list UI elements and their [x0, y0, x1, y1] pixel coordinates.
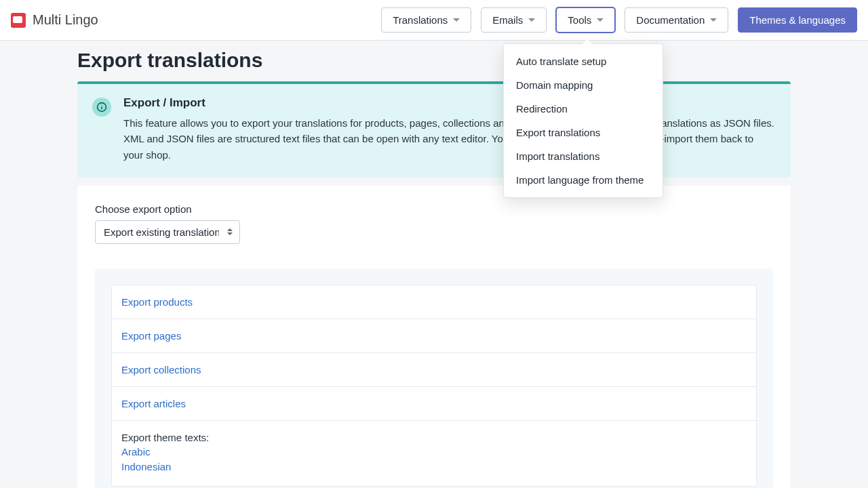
dropdown-auto-translate-setup[interactable]: Auto translate setup — [504, 49, 663, 73]
select-caret-icon — [227, 228, 233, 235]
dropdown-domain-mapping[interactable]: Domain mapping — [504, 73, 663, 97]
nav-emails-label: Emails — [492, 14, 523, 26]
export-articles-link[interactable]: Export articles — [121, 398, 186, 409]
dropdown-export-translations[interactable]: Export translations — [504, 121, 663, 144]
theme-lang-arabic[interactable]: Arabic — [121, 445, 747, 460]
export-row-articles: Export articles — [112, 387, 756, 421]
theme-lang-indonesian[interactable]: Indonesian — [121, 460, 747, 475]
choose-export-label: Choose export option — [95, 203, 773, 215]
export-row-theme-texts: Export theme texts: Arabic Indonesian — [112, 421, 756, 486]
nav-tools-label: Tools — [568, 14, 591, 26]
brand-logo-icon — [11, 13, 26, 28]
banner-content: Export / Import This feature allows you … — [123, 96, 776, 163]
export-pages-link[interactable]: Export pages — [121, 330, 181, 342]
theme-texts-label: Export theme texts: — [121, 432, 747, 443]
nav-tools[interactable]: Tools — [556, 7, 615, 33]
export-row-collections: Export collections — [112, 353, 756, 387]
main-nav: Translations Emails Tools Documentation … — [381, 7, 857, 33]
nav-translations[interactable]: Translations — [381, 7, 471, 33]
caret-down-icon — [597, 18, 604, 22]
export-row-pages: Export pages — [112, 319, 756, 353]
caret-down-icon — [710, 18, 717, 22]
info-banner: Export / Import This feature allows you … — [77, 81, 791, 178]
nav-documentation-label: Documentation — [636, 14, 705, 26]
export-option-select[interactable]: Export existing translations — [95, 220, 240, 244]
dropdown-import-language-from-theme[interactable]: Import language from theme — [504, 168, 663, 192]
nav-documentation[interactable]: Documentation — [625, 7, 728, 33]
nav-themes-label: Themes & languages — [749, 14, 846, 26]
banner-body: This feature allows you to export your t… — [123, 115, 776, 163]
export-card: Choose export option Export existing tra… — [77, 186, 791, 488]
info-icon — [92, 98, 111, 117]
caret-down-icon — [528, 18, 535, 22]
export-collections-link[interactable]: Export collections — [121, 364, 201, 375]
export-products-link[interactable]: Export products — [121, 296, 193, 308]
brand-name: Multi Lingo — [33, 12, 98, 28]
select-value: Export existing translations — [104, 226, 219, 238]
dropdown-redirection[interactable]: Redirection — [504, 97, 663, 121]
dropdown-import-translations[interactable]: Import translations — [504, 144, 663, 168]
tools-dropdown: Auto translate setup Domain mapping Redi… — [503, 43, 663, 198]
page-content: Export translations Export / Import This… — [0, 41, 868, 488]
nav-translations-label: Translations — [393, 14, 448, 26]
export-panel: Export products Export pages Export coll… — [95, 268, 773, 488]
topbar: Multi Lingo Translations Emails Tools Do… — [0, 0, 868, 41]
export-list: Export products Export pages Export coll… — [111, 285, 757, 487]
nav-emails[interactable]: Emails — [481, 7, 547, 33]
export-row-products: Export products — [112, 285, 756, 319]
banner-title: Export / Import — [123, 96, 776, 110]
caret-down-icon — [453, 18, 460, 22]
nav-themes-languages[interactable]: Themes & languages — [738, 7, 857, 33]
page-title: Export translations — [77, 49, 791, 72]
brand: Multi Lingo — [11, 12, 98, 28]
